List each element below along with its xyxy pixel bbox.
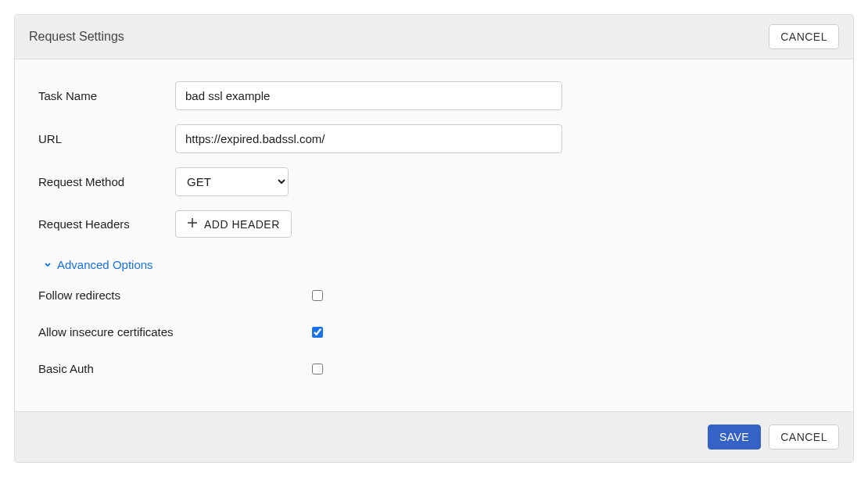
- footer-cancel-button[interactable]: CANCEL: [769, 425, 839, 450]
- request-settings-dialog: Request Settings CANCEL Task Name URL Re…: [14, 14, 854, 463]
- advanced-options-toggle[interactable]: Advanced Options: [43, 258, 153, 271]
- header-cancel-button[interactable]: CANCEL: [769, 24, 839, 49]
- task-name-input[interactable]: [175, 81, 562, 110]
- allow-insecure-checkbox[interactable]: [312, 327, 323, 338]
- follow-redirects-label: Follow redirects: [38, 288, 312, 302]
- allow-insecure-row: Allow insecure certificates: [38, 325, 830, 339]
- follow-redirects-row: Follow redirects: [38, 288, 830, 302]
- plus-icon: [187, 217, 198, 231]
- add-header-label: ADD HEADER: [204, 218, 280, 231]
- url-label: URL: [38, 132, 175, 145]
- basic-auth-row: Basic Auth: [38, 362, 830, 375]
- dialog-footer: SAVE CANCEL: [15, 411, 853, 462]
- request-headers-row: Request Headers ADD HEADER: [38, 210, 830, 238]
- basic-auth-checkbox[interactable]: [312, 364, 323, 374]
- advanced-options-label: Advanced Options: [57, 258, 153, 271]
- dialog-title: Request Settings: [29, 30, 124, 44]
- request-method-row: Request Method GET: [38, 167, 830, 196]
- add-header-button[interactable]: ADD HEADER: [175, 210, 292, 238]
- allow-insecure-label: Allow insecure certificates: [38, 325, 312, 339]
- save-button[interactable]: SAVE: [708, 425, 761, 450]
- dialog-body: Task Name URL Request Method GET Request…: [15, 59, 853, 411]
- url-row: URL: [38, 124, 830, 153]
- task-name-row: Task Name: [38, 81, 830, 110]
- task-name-label: Task Name: [38, 89, 175, 102]
- chevron-down-icon: [43, 258, 52, 271]
- request-headers-label: Request Headers: [38, 217, 175, 231]
- basic-auth-label: Basic Auth: [38, 362, 312, 375]
- dialog-header: Request Settings CANCEL: [15, 15, 853, 59]
- request-method-select[interactable]: GET: [175, 167, 289, 196]
- request-method-label: Request Method: [38, 175, 175, 188]
- follow-redirects-checkbox[interactable]: [312, 290, 323, 301]
- url-input[interactable]: [175, 124, 562, 153]
